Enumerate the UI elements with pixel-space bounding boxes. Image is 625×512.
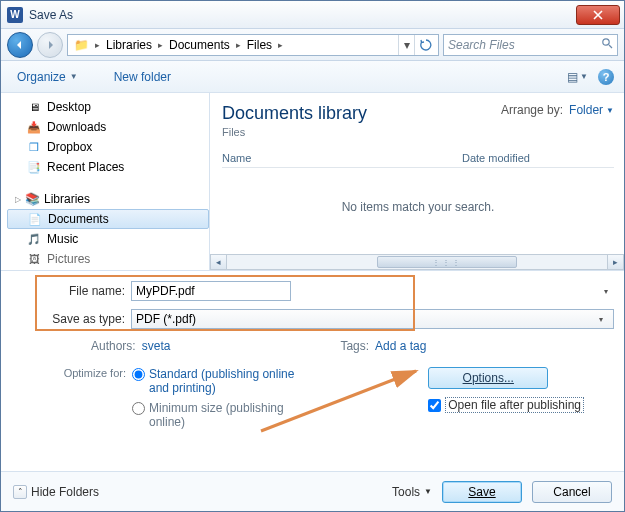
body: 🖥Desktop 📥Downloads ❒Dropbox 📑Recent Pla…	[1, 93, 624, 270]
scroll-thumb[interactable]: ⋮⋮⋮	[377, 256, 517, 268]
libraries-icon: 📚	[25, 192, 40, 206]
search-placeholder: Search Files	[448, 38, 515, 52]
chevron-down-icon: ▼	[606, 106, 614, 115]
breadcrumb[interactable]: Files	[243, 35, 276, 55]
chevron-down-icon: ▼	[580, 72, 588, 81]
pictures-icon: 🖼	[27, 252, 41, 266]
sidebar-item-pictures[interactable]: 🖼Pictures	[7, 249, 209, 269]
search-input[interactable]: Search Files	[443, 34, 618, 56]
chevron-up-icon: ˄	[13, 485, 27, 499]
chevron-right-icon: ▸	[156, 40, 165, 50]
sidebar-item-downloads[interactable]: 📥Downloads	[7, 117, 209, 137]
recent-icon: 📑	[27, 160, 41, 174]
chevron-down-icon: ▼	[424, 487, 432, 496]
options-button[interactable]: Options...	[428, 367, 548, 389]
sidebar-item-dropbox[interactable]: ❒Dropbox	[7, 137, 209, 157]
desktop-icon: 🖥	[27, 100, 41, 114]
toolbar: Organize ▼ New folder ▤ ▼ ?	[1, 61, 624, 93]
column-headers: Name Date modified	[222, 152, 614, 168]
filename-label: File name:	[11, 284, 131, 298]
save-button[interactable]: Save	[442, 481, 522, 503]
optimize-standard-radio[interactable]: Standard (publishing online and printing…	[132, 367, 299, 395]
column-name[interactable]: Name	[222, 152, 462, 164]
tags-value[interactable]: Add a tag	[375, 339, 426, 353]
dropbox-icon: ❒	[27, 140, 41, 154]
tools-menu[interactable]: Tools ▼	[392, 485, 432, 499]
window-title: Save As	[29, 8, 576, 22]
view-mode-button[interactable]: ▤ ▼	[567, 70, 588, 84]
nav-forward-button[interactable]	[37, 32, 63, 58]
chevron-right-icon: ▸	[234, 40, 243, 50]
svg-point-0	[603, 39, 609, 45]
view-icon: ▤	[567, 70, 578, 84]
downloads-icon: 📥	[27, 120, 41, 134]
savetype-dropdown[interactable]: PDF (*.pdf) ▾	[131, 309, 614, 329]
filename-input[interactable]	[131, 281, 291, 301]
sidebar-item-recent[interactable]: 📑Recent Places	[7, 157, 209, 177]
footer: ˄ Hide Folders Tools ▼ Save Cancel	[1, 471, 624, 511]
sidebar-item-music[interactable]: 🎵Music	[7, 229, 209, 249]
scroll-left-icon[interactable]: ◂	[211, 255, 227, 269]
authors-label: Authors:	[91, 339, 136, 353]
authors-value[interactable]: sveta	[142, 339, 171, 353]
filename-dropdown[interactable]: ▾	[598, 287, 614, 296]
cancel-button[interactable]: Cancel	[532, 481, 612, 503]
file-list-pane: Documents library Files Arrange by: Fold…	[210, 93, 624, 270]
sidebar: 🖥Desktop 📥Downloads ❒Dropbox 📑Recent Pla…	[1, 93, 209, 270]
word-app-icon: W	[7, 7, 23, 23]
arrange-by-dropdown[interactable]: Folder▼	[569, 103, 614, 117]
horizontal-scrollbar[interactable]: ◂ ⋮⋮⋮ ▸	[210, 254, 624, 270]
open-after-checkbox[interactable]: Open file after publishing	[428, 397, 584, 413]
music-icon: 🎵	[27, 232, 41, 246]
arrange-by-label: Arrange by:	[501, 103, 563, 117]
save-as-dialog: W Save As 📁 ▸ Libraries ▸ Documents ▸ Fi…	[0, 0, 625, 512]
column-date[interactable]: Date modified	[462, 152, 530, 164]
bottom-panel: File name: ▾ Save as type: PDF (*.pdf) ▾…	[1, 270, 624, 437]
scroll-right-icon[interactable]: ▸	[607, 255, 623, 269]
library-subtitle: Files	[222, 126, 367, 138]
address-bar[interactable]: 📁 ▸ Libraries ▸ Documents ▸ Files ▸ ▾	[67, 34, 439, 56]
search-icon	[601, 37, 613, 52]
sidebar-group-libraries[interactable]: ▷📚Libraries	[7, 189, 209, 209]
chevron-down-icon: ▾	[593, 315, 609, 324]
navbar: 📁 ▸ Libraries ▸ Documents ▸ Files ▸ ▾ Se…	[1, 29, 624, 61]
library-title: Documents library	[222, 103, 367, 124]
chevron-right-icon: ▸	[276, 40, 285, 50]
empty-message: No items match your search.	[222, 200, 614, 214]
savetype-label: Save as type:	[11, 312, 131, 326]
nav-back-button[interactable]	[7, 32, 33, 58]
address-dropdown[interactable]: ▾	[398, 35, 414, 55]
close-button[interactable]	[576, 5, 620, 25]
chevron-down-icon: ▼	[70, 72, 78, 81]
help-button[interactable]: ?	[598, 69, 614, 85]
sidebar-item-documents[interactable]: 📄Documents	[7, 209, 209, 229]
breadcrumb[interactable]: Documents	[165, 35, 234, 55]
new-folder-button[interactable]: New folder	[106, 68, 179, 86]
documents-icon: 📄	[28, 212, 42, 226]
optimize-label: Optimize for:	[11, 367, 126, 429]
optimize-minimum-radio[interactable]: Minimum size (publishing online)	[132, 401, 299, 429]
refresh-button[interactable]	[414, 35, 436, 55]
titlebar: W Save As	[1, 1, 624, 29]
expand-icon: ▷	[15, 195, 21, 204]
tags-label: Tags:	[340, 339, 369, 353]
folder-icon: 📁	[70, 35, 93, 55]
sidebar-item-desktop[interactable]: 🖥Desktop	[7, 97, 209, 117]
organize-menu[interactable]: Organize ▼	[11, 68, 88, 86]
breadcrumb[interactable]: Libraries	[102, 35, 156, 55]
chevron-right-icon: ▸	[93, 40, 102, 50]
hide-folders-button[interactable]: ˄ Hide Folders	[13, 485, 99, 499]
